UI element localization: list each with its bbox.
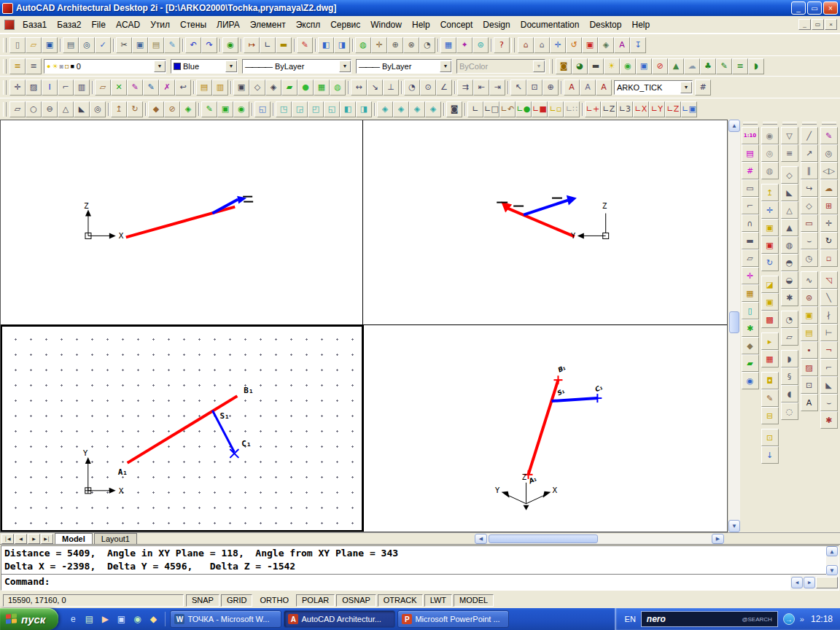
dbconnect-button[interactable]: ⊜ [472, 37, 489, 53]
dropdown-arrow-icon[interactable]: ▼ [339, 61, 351, 72]
palette-grip[interactable] [802, 122, 817, 125]
break-button[interactable]: ¬ [820, 341, 838, 359]
tab-layout1[interactable]: Layout1 [94, 533, 137, 544]
edit-xyz-button[interactable]: ✎ [143, 79, 159, 96]
line-button[interactable]: ╱ [801, 127, 818, 144]
toolbar-handle[interactable] [549, 59, 553, 74]
close-button[interactable]: × [823, 1, 838, 15]
ucs-z-button[interactable]: ∟Z [601, 101, 617, 117]
zoom-window-button[interactable]: ◔ [419, 37, 435, 53]
plan-polygon-button[interactable]: ▱ [742, 249, 759, 267]
paste-button[interactable]: ▤ [148, 37, 164, 53]
lights-button[interactable]: ☀ [604, 58, 620, 74]
ucs-y-rotate-button[interactable]: ∟Y [649, 101, 665, 117]
tab-nav-next-button[interactable]: ▶ [28, 534, 40, 544]
hatch-button[interactable]: ▨ [801, 359, 818, 376]
arch-content-button[interactable]: ▣ [582, 37, 598, 53]
array-button[interactable]: ⊞ [820, 197, 838, 214]
restore-button[interactable]: ▭ [807, 1, 822, 15]
shade-2d-wireframe-button[interactable]: ▣ [233, 79, 249, 96]
otrack-toggle[interactable]: OTRACK [378, 594, 423, 607]
dish-button[interactable]: ◒ [781, 271, 798, 289]
subtract-button[interactable]: ◎ [761, 144, 779, 162]
zoom-previous-button[interactable]: ⊗ [403, 37, 419, 53]
tab-nav-first-button[interactable]: │◀ [1, 534, 14, 544]
wheel-button[interactable]: ✱ [781, 289, 798, 306]
solid-torus-button[interactable]: ◎ [90, 101, 106, 117]
menu-lira[interactable]: ЛИРА [211, 18, 245, 32]
abd-button[interactable]: A [614, 37, 630, 53]
slice-button[interactable]: ◆ [148, 101, 164, 117]
dim-style-button[interactable]: # [695, 79, 711, 96]
command-input[interactable]: Command: [1, 575, 839, 589]
quick-leader-button[interactable]: ↖ [510, 79, 526, 96]
nero-scout-icon[interactable]: → [783, 613, 795, 625]
interfere-button[interactable]: ◈ [180, 101, 196, 117]
hide-button[interactable]: ◕ [572, 58, 588, 74]
palette-grip[interactable] [782, 122, 797, 125]
solid-box-button[interactable]: ▱ [9, 101, 26, 117]
menu-servis[interactable]: Сервис [325, 18, 365, 32]
help-button[interactable]: ? [494, 37, 510, 53]
arch-display-button[interactable]: ◈ [598, 37, 614, 53]
toolbar-handle[interactable] [511, 38, 515, 52]
hatch-style-button[interactable]: ▨ [26, 79, 42, 96]
slice-3d-button[interactable]: ◪ [761, 276, 779, 293]
circle-button[interactable]: ◷ [801, 249, 818, 267]
schedule-button[interactable]: ▦ [742, 284, 759, 302]
copy-object-button[interactable]: ▣ [801, 306, 818, 324]
walls-button[interactable]: ▤ [742, 144, 759, 162]
insert-hyperlink-button[interactable]: ◉ [222, 37, 238, 53]
render-stats-button[interactable]: ◗ [748, 58, 764, 74]
dim-linear-button[interactable]: ↔ [351, 79, 367, 96]
render-button[interactable]: ◙ [556, 58, 572, 74]
menu-desktop[interactable]: Desktop [584, 18, 626, 32]
shell-button[interactable]: ◖ [781, 385, 798, 402]
ucs-3point-button[interactable]: ∟3 [617, 101, 633, 117]
chamfer-button[interactable]: ◣ [820, 376, 838, 394]
arch-compass-button[interactable]: ✛ [550, 37, 566, 53]
menu-design[interactable]: Design [478, 18, 515, 32]
menu-ekspl[interactable]: Экспл [291, 18, 326, 32]
text-style-button[interactable]: I [42, 79, 58, 96]
hole-box-button[interactable]: ◘ [761, 372, 779, 389]
task-word[interactable]: W ТОЧКА - Microsoft W... [170, 610, 281, 628]
slab-button[interactable]: ▰ [742, 354, 759, 372]
ortho-toggle[interactable]: ORTHO [254, 594, 295, 607]
menu-util[interactable]: Утил [145, 18, 175, 32]
dim-angular-button[interactable]: ∠ [436, 79, 452, 96]
ucs-origin-button[interactable]: ∟▫ [548, 101, 564, 117]
door-button[interactable]: ▯ [742, 302, 759, 319]
materials-button[interactable]: ◉ [620, 58, 636, 74]
tolerance-button[interactable]: ⊡ [526, 79, 542, 96]
polyline-edit-button[interactable]: ↩ [175, 79, 191, 96]
view-nw-iso-button[interactable]: ◈ [425, 101, 441, 117]
fillet-button[interactable]: ⌣ [820, 394, 838, 411]
dropdown-arrow-icon[interactable]: ▼ [680, 82, 692, 93]
ucs-zaxis-button[interactable]: ∟+ [585, 101, 601, 117]
stair-annotation-button[interactable]: ◉ [742, 372, 759, 389]
stretch-button[interactable]: ◹ [820, 271, 838, 289]
scale-button[interactable]: 1:10 [742, 127, 759, 144]
scrollbar-thumb[interactable] [729, 311, 739, 333]
spelling-button[interactable]: ✓ [95, 37, 111, 53]
explode-button[interactable]: ✱ [820, 411, 838, 429]
dropdown-arrow-icon[interactable]: ▼ [154, 61, 166, 72]
ucs-previous-button[interactable]: ∟↶ [499, 101, 516, 117]
erase-button[interactable]: ✎ [820, 127, 838, 144]
move-button[interactable]: ✛ [820, 214, 838, 232]
scroll-up-icon[interactable]: ▲ [728, 120, 740, 132]
layers-button[interactable]: ≡ [26, 58, 42, 74]
palette-grip[interactable] [763, 122, 777, 125]
surface-stack-button[interactable]: ≡ [781, 144, 798, 162]
extend-button[interactable]: ⊢ [820, 324, 838, 341]
shade-gouraud-button[interactable]: ● [298, 79, 314, 96]
spline-button[interactable]: ∿ [801, 271, 818, 289]
quicklaunch-desktop[interactable]: ▤ [82, 612, 96, 626]
corner-button[interactable]: ⌐ [742, 197, 759, 214]
view-bottom-button[interactable]: ◲ [292, 101, 308, 117]
sphere-wire-button[interactable]: ◍ [781, 236, 798, 254]
model-toggle[interactable]: MODEL [454, 594, 494, 607]
red-line-ab[interactable] [128, 396, 238, 463]
text-button[interactable]: A [801, 394, 818, 411]
